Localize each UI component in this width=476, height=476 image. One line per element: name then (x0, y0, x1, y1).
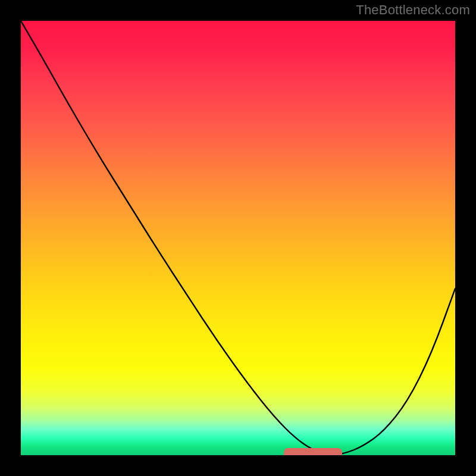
bottleneck-curve (21, 21, 455, 455)
valley-accent-bar (284, 448, 342, 455)
watermark-text: TheBottleneck.com (356, 2, 470, 18)
plot-area (21, 21, 455, 455)
chart-frame: TheBottleneck.com (0, 0, 476, 476)
